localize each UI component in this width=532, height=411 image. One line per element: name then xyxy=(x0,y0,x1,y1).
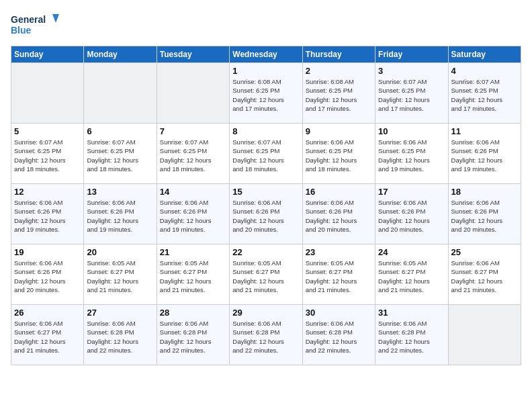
calendar-cell: 24Sunrise: 6:05 AMSunset: 6:27 PMDayligh… xyxy=(375,244,448,305)
day-detail: Sunrise: 6:07 AMSunset: 6:25 PMDaylight:… xyxy=(14,138,81,173)
day-number: 18 xyxy=(451,187,518,197)
calendar-table: SundayMondayTuesdayWednesdayThursdayFrid… xyxy=(11,46,521,365)
week-row-3: 12Sunrise: 6:06 AMSunset: 6:26 PMDayligh… xyxy=(11,184,521,244)
calendar-cell: 22Sunrise: 6:05 AMSunset: 6:27 PMDayligh… xyxy=(230,244,302,305)
day-detail: Sunrise: 6:06 AMSunset: 6:26 PMDaylight:… xyxy=(14,259,81,294)
svg-text:General: General xyxy=(11,14,46,25)
calendar-cell: 6Sunrise: 6:07 AMSunset: 6:25 PMDaylight… xyxy=(84,124,157,184)
calendar-cell: 15Sunrise: 6:06 AMSunset: 6:26 PMDayligh… xyxy=(230,184,302,244)
col-header-tuesday: Tuesday xyxy=(157,46,229,63)
day-detail: Sunrise: 6:07 AMSunset: 6:25 PMDaylight:… xyxy=(232,138,299,173)
calendar-cell: 10Sunrise: 6:06 AMSunset: 6:25 PMDayligh… xyxy=(375,124,448,184)
day-detail: Sunrise: 6:06 AMSunset: 6:28 PMDaylight:… xyxy=(87,319,153,355)
calendar-cell: 1Sunrise: 6:08 AMSunset: 6:25 PMDaylight… xyxy=(230,63,302,124)
day-number: 28 xyxy=(160,308,226,318)
calendar-cell: 11Sunrise: 6:06 AMSunset: 6:26 PMDayligh… xyxy=(448,124,521,184)
day-detail: Sunrise: 6:07 AMSunset: 6:25 PMDaylight:… xyxy=(378,77,445,113)
day-number: 8 xyxy=(232,126,299,136)
day-number: 20 xyxy=(87,247,153,257)
calendar-cell: 9Sunrise: 6:06 AMSunset: 6:25 PMDaylight… xyxy=(302,124,375,184)
calendar-cell: 13Sunrise: 6:06 AMSunset: 6:26 PMDayligh… xyxy=(84,184,157,244)
calendar-cell: 4Sunrise: 6:07 AMSunset: 6:25 PMDaylight… xyxy=(448,63,521,124)
day-detail: Sunrise: 6:07 AMSunset: 6:25 PMDaylight:… xyxy=(87,138,153,173)
calendar-cell: 28Sunrise: 6:06 AMSunset: 6:28 PMDayligh… xyxy=(157,305,229,365)
calendar-header-row: SundayMondayTuesdayWednesdayThursdayFrid… xyxy=(11,46,521,63)
calendar-cell: 8Sunrise: 6:07 AMSunset: 6:25 PMDaylight… xyxy=(230,124,302,184)
calendar-cell: 30Sunrise: 6:06 AMSunset: 6:28 PMDayligh… xyxy=(302,305,375,365)
day-detail: Sunrise: 6:05 AMSunset: 6:27 PMDaylight:… xyxy=(232,259,299,294)
calendar-cell: 14Sunrise: 6:06 AMSunset: 6:26 PMDayligh… xyxy=(157,184,229,244)
day-detail: Sunrise: 6:06 AMSunset: 6:26 PMDaylight:… xyxy=(306,198,372,234)
day-detail: Sunrise: 6:06 AMSunset: 6:28 PMDaylight:… xyxy=(306,319,372,355)
calendar-cell: 7Sunrise: 6:07 AMSunset: 6:25 PMDaylight… xyxy=(157,124,229,184)
page-header: GeneralBlue xyxy=(11,11,521,38)
day-detail: Sunrise: 6:06 AMSunset: 6:26 PMDaylight:… xyxy=(451,198,518,234)
week-row-1: 1Sunrise: 6:08 AMSunset: 6:25 PMDaylight… xyxy=(11,63,521,124)
day-number: 30 xyxy=(306,308,372,318)
day-detail: Sunrise: 6:08 AMSunset: 6:25 PMDaylight:… xyxy=(306,77,372,113)
day-number: 31 xyxy=(378,308,445,318)
day-number: 15 xyxy=(232,187,299,197)
day-number: 21 xyxy=(160,247,226,257)
day-detail: Sunrise: 6:05 AMSunset: 6:27 PMDaylight:… xyxy=(160,259,226,294)
svg-text:Blue: Blue xyxy=(11,25,32,36)
week-row-2: 5Sunrise: 6:07 AMSunset: 6:25 PMDaylight… xyxy=(11,124,521,184)
day-number: 29 xyxy=(232,308,299,318)
day-number: 16 xyxy=(306,187,372,197)
calendar-cell: 25Sunrise: 6:06 AMSunset: 6:27 PMDayligh… xyxy=(448,244,521,305)
calendar-cell xyxy=(11,63,84,124)
day-number: 3 xyxy=(378,66,445,76)
day-number: 13 xyxy=(87,187,153,197)
day-number: 6 xyxy=(87,126,153,136)
svg-marker-2 xyxy=(52,14,59,23)
day-number: 27 xyxy=(87,308,153,318)
day-detail: Sunrise: 6:05 AMSunset: 6:27 PMDaylight:… xyxy=(378,259,445,294)
day-number: 5 xyxy=(14,126,81,136)
week-row-5: 26Sunrise: 6:06 AMSunset: 6:27 PMDayligh… xyxy=(11,305,521,365)
calendar-cell: 12Sunrise: 6:06 AMSunset: 6:26 PMDayligh… xyxy=(11,184,84,244)
day-detail: Sunrise: 6:06 AMSunset: 6:26 PMDaylight:… xyxy=(451,138,518,173)
day-detail: Sunrise: 6:05 AMSunset: 6:27 PMDaylight:… xyxy=(87,259,153,294)
col-header-monday: Monday xyxy=(84,46,157,63)
day-detail: Sunrise: 6:06 AMSunset: 6:26 PMDaylight:… xyxy=(378,198,445,234)
calendar-cell: 29Sunrise: 6:06 AMSunset: 6:28 PMDayligh… xyxy=(230,305,302,365)
day-number: 4 xyxy=(451,66,518,76)
calendar-cell: 17Sunrise: 6:06 AMSunset: 6:26 PMDayligh… xyxy=(375,184,448,244)
day-number: 9 xyxy=(306,126,372,136)
day-detail: Sunrise: 6:06 AMSunset: 6:28 PMDaylight:… xyxy=(378,319,445,355)
calendar-cell xyxy=(84,63,157,124)
day-number: 11 xyxy=(451,126,518,136)
calendar-cell xyxy=(157,63,229,124)
day-number: 22 xyxy=(232,247,299,257)
calendar-cell: 5Sunrise: 6:07 AMSunset: 6:25 PMDaylight… xyxy=(11,124,84,184)
day-detail: Sunrise: 6:06 AMSunset: 6:26 PMDaylight:… xyxy=(14,198,81,234)
day-number: 23 xyxy=(306,247,372,257)
day-detail: Sunrise: 6:08 AMSunset: 6:25 PMDaylight:… xyxy=(232,77,299,113)
day-number: 19 xyxy=(14,247,81,257)
day-number: 24 xyxy=(378,247,445,257)
col-header-wednesday: Wednesday xyxy=(230,46,302,63)
day-detail: Sunrise: 6:06 AMSunset: 6:26 PMDaylight:… xyxy=(87,198,153,234)
day-number: 25 xyxy=(451,247,518,257)
calendar-cell xyxy=(448,305,521,365)
calendar-cell: 18Sunrise: 6:06 AMSunset: 6:26 PMDayligh… xyxy=(448,184,521,244)
calendar-cell: 26Sunrise: 6:06 AMSunset: 6:27 PMDayligh… xyxy=(11,305,84,365)
col-header-thursday: Thursday xyxy=(302,46,375,63)
col-header-friday: Friday xyxy=(375,46,448,63)
day-detail: Sunrise: 6:06 AMSunset: 6:25 PMDaylight:… xyxy=(378,138,445,173)
calendar-cell: 20Sunrise: 6:05 AMSunset: 6:27 PMDayligh… xyxy=(84,244,157,305)
day-detail: Sunrise: 6:06 AMSunset: 6:25 PMDaylight:… xyxy=(306,138,372,173)
col-header-sunday: Sunday xyxy=(11,46,84,63)
calendar-cell: 19Sunrise: 6:06 AMSunset: 6:26 PMDayligh… xyxy=(11,244,84,305)
day-detail: Sunrise: 6:06 AMSunset: 6:27 PMDaylight:… xyxy=(14,319,81,355)
calendar-cell: 27Sunrise: 6:06 AMSunset: 6:28 PMDayligh… xyxy=(84,305,157,365)
logo: GeneralBlue xyxy=(11,11,64,38)
day-number: 7 xyxy=(160,126,226,136)
calendar-cell: 3Sunrise: 6:07 AMSunset: 6:25 PMDaylight… xyxy=(375,63,448,124)
day-number: 1 xyxy=(232,66,299,76)
day-detail: Sunrise: 6:06 AMSunset: 6:26 PMDaylight:… xyxy=(160,198,226,234)
day-detail: Sunrise: 6:05 AMSunset: 6:27 PMDaylight:… xyxy=(306,259,372,294)
day-number: 10 xyxy=(378,126,445,136)
day-number: 12 xyxy=(14,187,81,197)
day-number: 14 xyxy=(160,187,226,197)
